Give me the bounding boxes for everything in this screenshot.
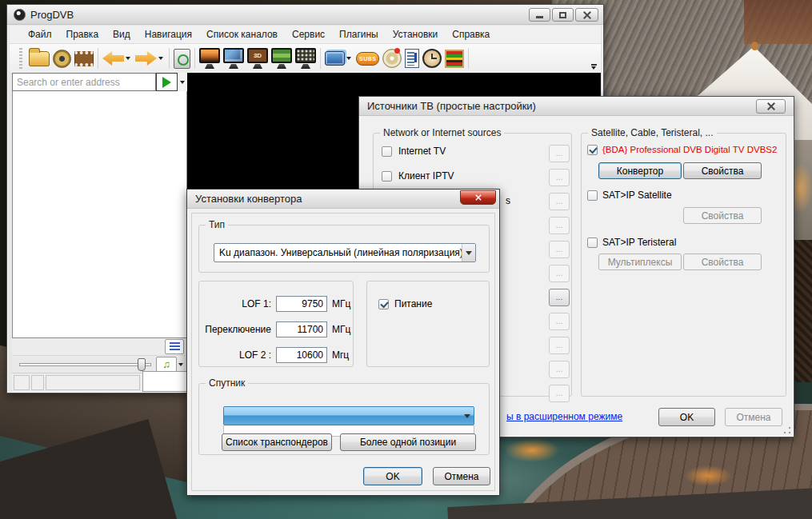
power-group: Питание (366, 281, 490, 367)
menu-bar: Файл Правка Вид Навигация Список каналов… (10, 26, 601, 44)
source-options-button[interactable]: ... (549, 337, 570, 354)
list-icon (170, 342, 180, 351)
menu-settings[interactable]: Установки (386, 26, 445, 42)
nav-forward-icon[interactable] (134, 46, 166, 71)
source-options-button[interactable]: ... (549, 265, 570, 282)
main-title-bar[interactable]: ProgDVB (7, 5, 603, 25)
chevron-down-icon[interactable] (178, 363, 183, 366)
converter-dialog-title: Установки конвертора (195, 193, 302, 205)
iptv-client-checkbox[interactable] (382, 171, 392, 182)
bda-properties-button[interactable]: Свойства (683, 162, 762, 179)
satip-satellite-checkbox[interactable] (587, 190, 598, 201)
list-view-button[interactable] (165, 339, 184, 354)
toolbar-separator (194, 48, 195, 69)
play-button[interactable] (156, 73, 178, 91)
close-button[interactable] (575, 8, 598, 22)
source-options-button-active[interactable]: ... (549, 289, 570, 306)
resize-grip[interactable] (783, 426, 791, 434)
menu-help[interactable]: Справка (445, 26, 497, 42)
source-options-button[interactable]: ... (549, 217, 570, 234)
minimize-button[interactable] (529, 8, 550, 22)
search-input[interactable] (12, 73, 156, 91)
volume-slider-thumb[interactable] (138, 358, 146, 371)
tv-screen-icon[interactable] (198, 46, 222, 71)
playlist-stack-icon[interactable] (323, 46, 354, 71)
lof-group: LOF 1: МГц Переключение МГц LOF 2 : Мгц (198, 281, 354, 367)
sources-ok-button[interactable]: OK (658, 408, 715, 426)
converter-cancel-button[interactable]: Отмена (433, 467, 490, 485)
satip-terrestrial-properties-button[interactable]: Свойства (683, 254, 762, 270)
maximize-button[interactable] (552, 8, 574, 22)
source-options-button[interactable]: ... (549, 361, 570, 378)
audio-track-button[interactable]: ♫ (156, 357, 177, 372)
source-options-button[interactable]: ... (549, 241, 570, 258)
source-options-button[interactable]: ... (549, 169, 570, 186)
info-document-icon[interactable] (403, 46, 421, 71)
menu-plugins[interactable]: Плагины (332, 26, 386, 42)
multiview-grid-icon[interactable] (294, 46, 318, 71)
movie-reel-icon[interactable] (51, 46, 73, 71)
search-dropdown-button[interactable] (178, 73, 187, 91)
satellite-combobox[interactable] (223, 406, 474, 425)
combo-arrow-button[interactable] (462, 244, 475, 261)
open-folder-icon[interactable] (27, 46, 51, 71)
sources-title-bar[interactable]: Источники ТВ (простые настройки) (359, 97, 794, 116)
toolbar-separator (169, 48, 170, 69)
nav-back-icon[interactable] (101, 46, 134, 71)
disc-record-icon[interactable] (381, 46, 403, 71)
chevron-down-icon[interactable] (126, 57, 130, 60)
switch-input[interactable] (276, 321, 327, 337)
menu-view[interactable]: Вид (106, 26, 138, 42)
internet-tv-label: Internet TV (398, 146, 446, 157)
toolbar-separator (468, 48, 469, 69)
satip-satellite-properties-button[interactable]: Свойства (683, 207, 762, 224)
source-options-button[interactable]: ... (549, 193, 570, 210)
bda-device-checkbox[interactable] (587, 145, 598, 155)
toolbar-grip[interactable] (19, 48, 22, 69)
menu-file[interactable]: Файл (21, 26, 59, 42)
channel-list[interactable] (12, 91, 187, 338)
subtitles-icon[interactable]: SUBS (354, 46, 381, 71)
menu-channel-list[interactable]: Список каналов (199, 26, 285, 42)
mosaic-icon[interactable] (270, 46, 294, 71)
internet-tv-checkbox[interactable] (382, 146, 392, 157)
converter-ok-button[interactable]: OK (363, 467, 422, 485)
toolbar-overflow-button[interactable] (590, 64, 598, 70)
switch-unit: МГц (332, 324, 350, 335)
chevron-down-icon[interactable] (346, 57, 351, 60)
converter-button[interactable]: Конвертор (598, 162, 682, 179)
menu-navigation[interactable]: Навигация (138, 26, 199, 42)
lof1-input[interactable] (276, 296, 327, 312)
transponder-list-button[interactable]: Список транспондеров (222, 433, 332, 451)
volume-slider[interactable] (19, 363, 151, 366)
source-options-button[interactable]: ... (549, 145, 570, 162)
multiplexes-button[interactable]: Мультиплексы (598, 254, 682, 270)
sources-close-button[interactable] (756, 99, 786, 114)
maximize-icon (559, 12, 566, 18)
3d-mode-icon[interactable]: 3D (246, 46, 270, 71)
menu-service[interactable]: Сервис (285, 26, 332, 42)
record-files-icon[interactable] (73, 46, 95, 71)
lof2-input[interactable] (276, 347, 327, 363)
search-row (12, 73, 187, 91)
combo-arrow-button[interactable] (460, 407, 474, 425)
converter-close-button[interactable] (460, 190, 496, 205)
sources-cancel-button[interactable]: Отмена (725, 408, 782, 426)
chevron-down-icon[interactable] (158, 57, 163, 60)
source-options-button[interactable]: ... (549, 385, 570, 402)
network-group-label: Network or Internet sources (380, 127, 504, 138)
epg-guide-icon[interactable] (443, 46, 466, 71)
satip-terrestrial-checkbox[interactable] (587, 238, 598, 248)
video-window-icon[interactable] (222, 46, 246, 71)
toolbar: 3D SUBS (10, 44, 601, 73)
source-options-button[interactable]: ... (549, 313, 570, 330)
menu-edit[interactable]: Правка (59, 26, 106, 42)
lnb-type-combobox[interactable]: Ku диапазон. Универсальный (линейная пол… (214, 243, 476, 262)
advanced-mode-link[interactable]: ы в расширенном режиме (506, 411, 622, 422)
channel-scan-icon[interactable] (172, 46, 192, 71)
clipped-source-label: s (506, 195, 510, 206)
power-checkbox[interactable] (378, 299, 389, 309)
multiple-positions-button[interactable]: Более одной позиции (340, 433, 476, 451)
timers-clock-icon[interactable] (421, 46, 443, 71)
converter-title-bar[interactable]: Установки конвертора (187, 190, 499, 209)
